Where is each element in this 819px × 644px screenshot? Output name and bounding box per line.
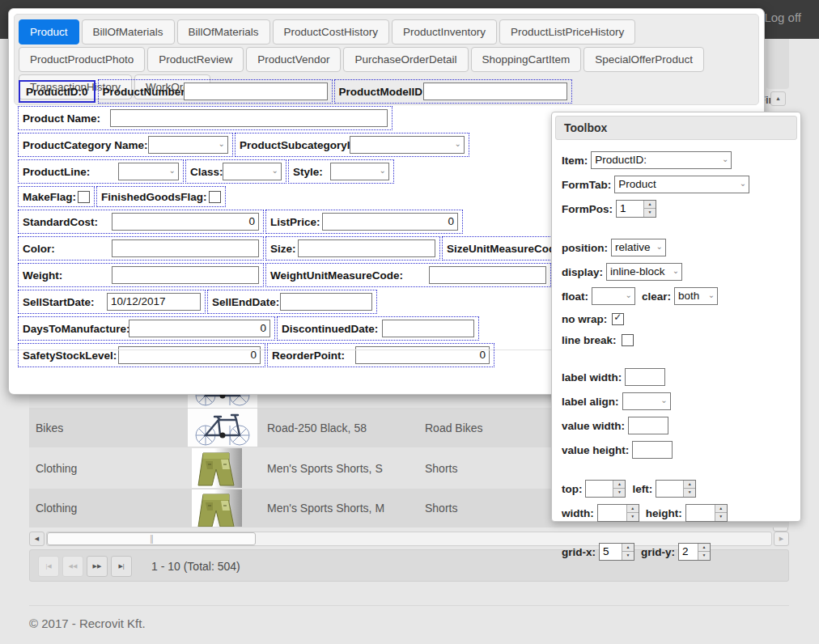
- field-safetystocklevel[interactable]: SafetyStockLevel:0: [19, 344, 265, 366]
- toolbox-formtab-select[interactable]: Product⌄: [614, 176, 749, 193]
- field-size-input[interactable]: [298, 239, 435, 257]
- toolbox-width-spinner[interactable]: ▲▼: [597, 504, 639, 522]
- tab-productcosthistory[interactable]: ProductCostHistory: [273, 19, 389, 44]
- toolbox-item-select[interactable]: ProductID:⌄: [591, 151, 732, 169]
- field-daystomanufacture[interactable]: DaysToManufacture:0: [19, 317, 274, 340]
- toolbox-label-align-select[interactable]: ⌄: [622, 392, 671, 410]
- tab-product[interactable]: Product: [19, 19, 79, 44]
- toolbox-value-width-input[interactable]: [628, 417, 668, 434]
- toolbox-no-wrap-checkbox[interactable]: [612, 313, 624, 325]
- vertical-scrollbar-up-button[interactable]: ▲: [770, 91, 786, 106]
- tab-productreview[interactable]: ProductReview: [147, 47, 244, 72]
- field-weight-input[interactable]: [112, 266, 259, 284]
- toolbox-display-select[interactable]: inline-block⌄: [606, 263, 682, 281]
- field-productline-select[interactable]: ⌄: [118, 163, 179, 180]
- field-finishedgoodsflag[interactable]: FinishedGoodsFlag:: [97, 187, 225, 206]
- field-discontinueddate[interactable]: DiscontinuedDate:: [278, 317, 478, 340]
- field-productcategory-name-select[interactable]: ⌄: [148, 136, 228, 154]
- log-off-link[interactable]: Log off: [764, 11, 801, 24]
- toolbox-label-width-input[interactable]: [625, 368, 665, 386]
- spinner-up-icon[interactable]: ▲: [626, 505, 639, 513]
- spinner-up-icon[interactable]: ▲: [613, 481, 625, 489]
- field-listprice-input[interactable]: 0: [322, 213, 458, 231]
- spinner-down-icon[interactable]: ▼: [698, 552, 710, 560]
- field-listprice[interactable]: ListPrice:0: [266, 210, 462, 233]
- toolbox-width-spinner-value[interactable]: [598, 505, 626, 521]
- toolbox-position-select[interactable]: relative⌄: [611, 239, 666, 256]
- field-makeflag[interactable]: MakeFlag:: [19, 187, 94, 206]
- tab-shoppingcartitem[interactable]: ShoppingCartItem: [471, 47, 582, 72]
- field-class[interactable]: Class:⌄: [186, 160, 286, 183]
- field-daystomanufacture-input[interactable]: 0: [129, 320, 270, 337]
- spinner-down-icon[interactable]: ▼: [613, 489, 625, 497]
- toolbox-grid-x-spinner[interactable]: 5▲▼: [599, 543, 634, 561]
- field-product-name-input[interactable]: [110, 109, 388, 127]
- spinner-up-icon[interactable]: ▲: [643, 201, 656, 209]
- tab-productproductphoto[interactable]: ProductProductPhoto: [19, 47, 145, 72]
- field-productnumber-input[interactable]: [184, 83, 328, 100]
- field-color[interactable]: Color:: [19, 237, 263, 260]
- spinner-down-icon[interactable]: ▼: [622, 552, 634, 560]
- toolbox-value-height-input[interactable]: [632, 441, 673, 459]
- toolbox-left-spinner-value[interactable]: [656, 481, 683, 497]
- field-weightunitmeasurecode[interactable]: WeightUnitMeasureCode:: [266, 264, 550, 286]
- field-productid-0[interactable]: ProductID:0: [19, 80, 95, 103]
- field-standardcost[interactable]: StandardCost:0: [19, 210, 263, 233]
- spinner-down-icon[interactable]: ▼: [715, 513, 727, 521]
- field-standardcost-input[interactable]: 0: [112, 213, 259, 231]
- field-productcategory-name[interactable]: ProductCategory Name:⌄: [19, 133, 232, 156]
- field-product-name[interactable]: Product Name:: [19, 107, 392, 129]
- field-productsubcategoryid-select[interactable]: ⌄: [350, 136, 465, 154]
- toolbox-formpos-spinner-value[interactable]: 1: [617, 201, 643, 217]
- field-style[interactable]: Style:⌄: [289, 160, 393, 183]
- field-makeflag-checkbox[interactable]: [78, 191, 90, 203]
- toolbox-formpos-spinner[interactable]: 1▲▼: [616, 200, 656, 218]
- field-productmodelid[interactable]: ProductModelID:: [335, 80, 571, 103]
- tab-productvendor[interactable]: ProductVendor: [246, 47, 341, 72]
- toolbox-float-select[interactable]: ⌄: [592, 287, 635, 305]
- field-productsubcategoryid[interactable]: ProductSubcategoryID:⌄: [236, 133, 469, 156]
- field-weight[interactable]: Weight:: [19, 264, 263, 286]
- spinner-down-icon[interactable]: ▼: [683, 489, 695, 497]
- toolbox-top-spinner[interactable]: ▲▼: [585, 480, 626, 498]
- spinner-up-icon[interactable]: ▲: [715, 505, 727, 513]
- toolbox-header[interactable]: Toolbox: [555, 116, 797, 140]
- tab-purchaseorderdetail[interactable]: PurchaseOrderDetail: [343, 47, 468, 72]
- field-size[interactable]: Size:: [266, 237, 439, 260]
- horizontal-scrollbar-thumb[interactable]: ║: [47, 532, 256, 545]
- tab-productinventory[interactable]: ProductInventory: [392, 19, 497, 44]
- field-sellstartdate[interactable]: SellStartDate:10/12/2017: [19, 290, 205, 313]
- horizontal-scrollbar-left-button[interactable]: ◀: [29, 532, 45, 546]
- spinner-down-icon[interactable]: ▼: [643, 209, 656, 217]
- field-sellenddate[interactable]: SellEndDate:: [208, 290, 376, 313]
- field-class-select[interactable]: ⌄: [223, 163, 282, 180]
- field-productmodelid-input[interactable]: [423, 83, 567, 100]
- tab-specialofferproduct[interactable]: SpecialOfferProduct: [583, 47, 704, 72]
- field-finishedgoodsflag-checkbox[interactable]: [209, 191, 221, 203]
- field-sellenddate-input[interactable]: [280, 293, 372, 311]
- field-discontinueddate-input[interactable]: [382, 320, 474, 337]
- pager-last-button[interactable]: ▶|: [111, 556, 132, 577]
- spinner-up-icon[interactable]: ▲: [622, 544, 634, 552]
- toolbox-grid-y-spinner-value[interactable]: 2: [679, 544, 698, 560]
- spinner-down-icon[interactable]: ▼: [626, 513, 639, 521]
- spinner-up-icon[interactable]: ▲: [698, 544, 710, 552]
- field-sellstartdate-input[interactable]: 10/12/2017: [107, 293, 201, 311]
- toolbox-height-spinner[interactable]: ▲▼: [685, 504, 728, 522]
- toolbox-left-spinner[interactable]: ▲▼: [656, 480, 696, 498]
- tab-productlistpricehistory[interactable]: ProductListPriceHistory: [499, 19, 635, 44]
- toolbox-line-break-checkbox[interactable]: [622, 334, 634, 346]
- tab-billofmaterials[interactable]: BillOfMaterials: [82, 19, 175, 44]
- tab-billofmaterials[interactable]: BillOfMaterials: [177, 19, 270, 44]
- field-productnumber[interactable]: ProductNumber:: [99, 80, 332, 103]
- spinner-up-icon[interactable]: ▲: [683, 481, 695, 489]
- toolbox-clear-select[interactable]: both⌄: [674, 287, 718, 305]
- toolbox-grid-x-spinner-value[interactable]: 5: [600, 544, 622, 560]
- field-style-select[interactable]: ⌄: [330, 163, 389, 180]
- toolbox-grid-y-spinner[interactable]: 2▲▼: [678, 543, 711, 561]
- field-weightunitmeasurecode-input[interactable]: [429, 266, 546, 284]
- field-color-input[interactable]: [112, 239, 259, 257]
- field-reorderpoint[interactable]: ReorderPoint:0: [268, 344, 494, 366]
- toolbox-top-spinner-value[interactable]: [586, 481, 613, 497]
- pager-next-button[interactable]: ▶▶: [87, 556, 108, 577]
